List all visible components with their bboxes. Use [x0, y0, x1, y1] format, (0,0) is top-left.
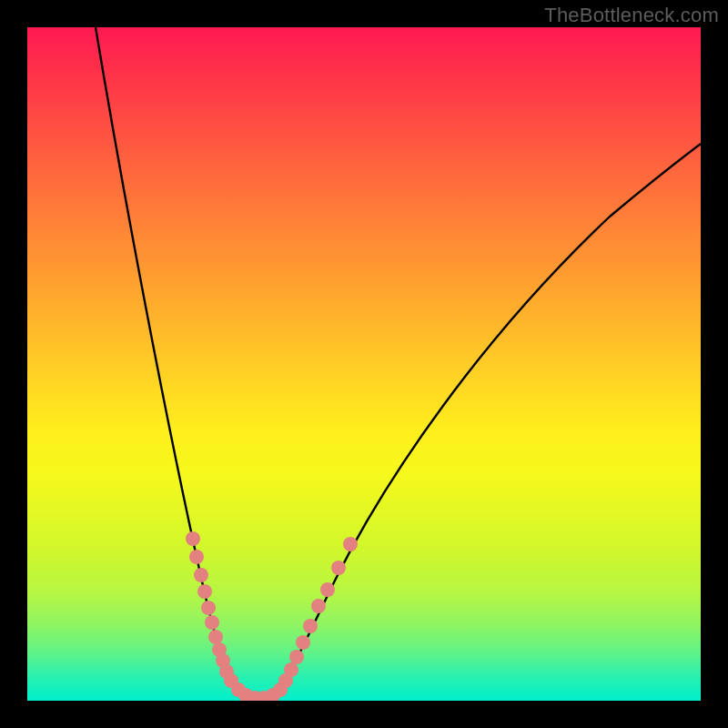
data-dot: [205, 615, 219, 630]
data-dot: [303, 619, 318, 633]
data-dot: [189, 550, 204, 564]
dot-cluster-floor: [231, 682, 288, 701]
data-dot: [284, 662, 298, 677]
data-dot: [331, 561, 346, 575]
data-dot: [197, 584, 212, 599]
chart-canvas: TheBottleneck.com: [0, 0, 728, 728]
dot-cluster-left: [186, 531, 238, 688]
bottleneck-curve: [96, 27, 701, 695]
data-dot: [320, 582, 335, 597]
curve-overlay: [27, 27, 701, 701]
data-dot: [186, 531, 200, 546]
data-dot: [194, 568, 208, 582]
watermark-text: TheBottleneck.com: [544, 4, 719, 27]
data-dot: [296, 635, 310, 650]
data-dot: [311, 599, 326, 613]
data-dot: [289, 650, 304, 664]
plot-area: [27, 27, 701, 701]
data-dot: [208, 630, 223, 644]
data-dot: [343, 537, 358, 551]
data-dot: [201, 601, 216, 615]
